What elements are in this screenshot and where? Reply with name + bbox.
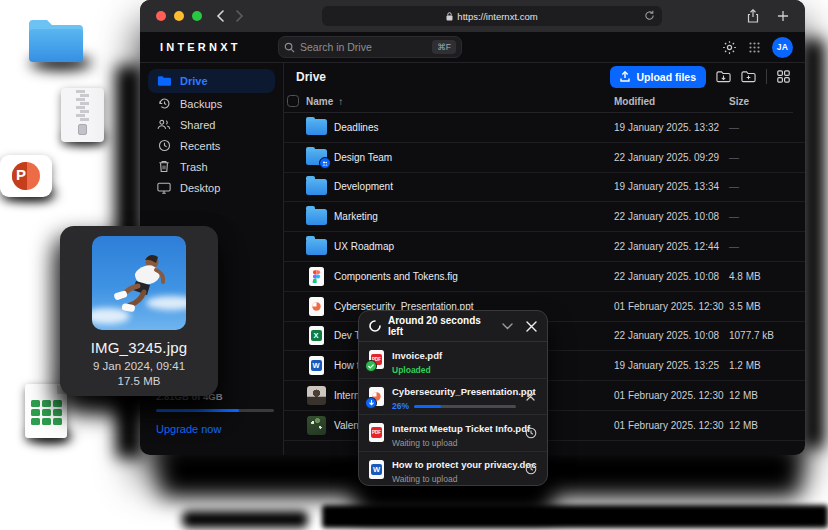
file-name: Deadlines bbox=[334, 122, 378, 133]
upload-item: WHow to protect your privacy.docWaiting … bbox=[359, 452, 547, 488]
ppt-icon bbox=[304, 296, 328, 316]
search-placeholder: Search in Drive bbox=[300, 41, 432, 53]
sidebar-item-shared[interactable]: Shared bbox=[148, 114, 275, 135]
spinner-icon bbox=[369, 320, 381, 332]
upload-item: Cybersecurity_Presentation.ppt26% bbox=[359, 379, 547, 416]
storage-progress-bar bbox=[156, 409, 274, 412]
table-row[interactable]: Components and Tokens.fig22 January 2025… bbox=[283, 262, 805, 292]
file-size: 12 MB bbox=[729, 420, 758, 431]
traffic-lights[interactable] bbox=[156, 11, 202, 21]
column-size[interactable]: Size bbox=[729, 96, 749, 107]
excel-icon: X bbox=[304, 326, 328, 346]
file-modified: 22 January 2025. 09:29 bbox=[614, 152, 719, 163]
lock-icon bbox=[446, 12, 453, 21]
share-icon[interactable] bbox=[747, 9, 759, 23]
file-modified: 19 January 2025. 13:34 bbox=[614, 181, 719, 192]
minimize-window-button[interactable] bbox=[174, 11, 184, 21]
sidebar-item-recents[interactable]: Recents bbox=[148, 135, 275, 156]
sidebar-item-desktop[interactable]: Desktop bbox=[148, 177, 275, 198]
table-row[interactable]: Deadlines19 January 2025. 13:32— bbox=[283, 113, 805, 143]
uploaded-check-badge bbox=[365, 360, 377, 372]
file-modified: 19 January 2025. 13:32 bbox=[614, 122, 719, 133]
upload-percent: 26% bbox=[392, 401, 409, 411]
sidebar-item-label: Backups bbox=[180, 98, 222, 110]
photo-plant-icon bbox=[304, 415, 328, 435]
upload-files-button[interactable]: Upload files bbox=[610, 66, 706, 88]
avatar[interactable]: JA bbox=[772, 37, 793, 58]
address-bar[interactable]: https://internxt.com bbox=[322, 6, 662, 26]
forward-icon[interactable] bbox=[235, 10, 244, 22]
url-text: https://internxt.com bbox=[457, 11, 537, 22]
photo-person-icon bbox=[304, 386, 328, 406]
sidebar-item-label: Drive bbox=[180, 75, 208, 87]
file-modified: 01 February 2025. 12:30 bbox=[614, 301, 724, 312]
column-modified[interactable]: Modified bbox=[614, 96, 655, 107]
sidebar-item-label: Recents bbox=[180, 140, 220, 152]
file-size: 1.2 MB bbox=[729, 360, 761, 371]
new-folder-icon[interactable] bbox=[741, 70, 756, 83]
file-modified: 22 January 2025. 10:08 bbox=[614, 211, 719, 222]
file-size: 4.8 MB bbox=[729, 271, 761, 282]
upload-item-name: How to protect your privacy.doc bbox=[392, 459, 536, 470]
upload-folder-icon[interactable] bbox=[716, 70, 731, 83]
table-row[interactable]: Marketing22 January 2025. 10:08— bbox=[283, 202, 805, 232]
settings-gear-icon[interactable] bbox=[722, 40, 737, 55]
folder-icon bbox=[304, 117, 328, 137]
cancel-upload-icon[interactable] bbox=[524, 392, 537, 401]
sidebar-item-drive[interactable]: Drive bbox=[148, 69, 275, 93]
upload-icon bbox=[620, 71, 630, 82]
table-row[interactable]: Development19 January 2025. 13:34— bbox=[283, 173, 805, 203]
sidebar-item-backups[interactable]: Backups bbox=[148, 93, 275, 114]
collapse-chevron-icon[interactable] bbox=[502, 323, 513, 330]
upload-popup-title: Around 20 seconds left bbox=[388, 315, 495, 337]
file-size: 1077.7 kB bbox=[729, 330, 774, 341]
file-modified: 19 January 2025. 13:25 bbox=[614, 360, 719, 371]
zipper bbox=[78, 88, 87, 142]
app-topbar: INTERNXT Search in Drive ⌘F JA bbox=[140, 32, 805, 63]
close-window-button[interactable] bbox=[156, 11, 166, 21]
folder-icon bbox=[304, 207, 328, 227]
grid-view-icon[interactable] bbox=[777, 70, 790, 83]
select-all-checkbox[interactable] bbox=[287, 95, 299, 107]
folder-icon bbox=[304, 237, 328, 257]
file-size: — bbox=[729, 122, 739, 133]
table-row[interactable]: UX Roadmap22 January 2025. 12:44— bbox=[283, 232, 805, 262]
file-size: — bbox=[729, 181, 739, 192]
folder-icon bbox=[304, 177, 328, 197]
apps-grid-icon[interactable] bbox=[749, 42, 760, 53]
file-size: — bbox=[729, 241, 739, 252]
upload-status: Waiting to upload bbox=[392, 438, 457, 448]
pdf-icon: PDF bbox=[369, 350, 384, 369]
search-shortcut-badge: ⌘F bbox=[432, 40, 456, 54]
upgrade-link[interactable]: Upgrade now bbox=[156, 423, 274, 435]
sidebar-item-trash[interactable]: Trash bbox=[148, 156, 275, 177]
drive-icon bbox=[157, 74, 171, 88]
upload-item-name: Invoice.pdf bbox=[392, 350, 442, 361]
upload-popup-header: Around 20 seconds left bbox=[359, 311, 547, 342]
upload-status: Waiting to upload bbox=[392, 474, 457, 484]
search-input[interactable]: Search in Drive ⌘F bbox=[278, 36, 462, 58]
column-name[interactable]: Name↑ bbox=[306, 96, 343, 107]
refresh-icon[interactable] bbox=[644, 10, 655, 21]
spreadsheet-icon bbox=[25, 384, 67, 438]
waiting-clock-icon bbox=[524, 463, 537, 475]
close-popup-icon[interactable] bbox=[526, 321, 537, 332]
sidebar-item-label: Trash bbox=[180, 161, 208, 173]
back-icon[interactable] bbox=[216, 10, 225, 22]
downloading-arrow-badge bbox=[365, 397, 377, 409]
trash-icon bbox=[157, 160, 171, 174]
photo-thumbnail bbox=[92, 236, 186, 330]
file-size: — bbox=[729, 152, 739, 163]
table-row[interactable]: Design Team22 January 2025. 09:29— bbox=[283, 143, 805, 173]
zoom-window-button[interactable] bbox=[192, 11, 202, 21]
folder-shared-icon bbox=[304, 147, 328, 167]
ppt-icon bbox=[369, 387, 384, 406]
waiting-clock-icon bbox=[524, 427, 537, 439]
file-size: 12 MB bbox=[729, 390, 758, 401]
photo-preview-card: IMG_3245.jpg 9 Jan 2024, 09:41 17.5 MB bbox=[60, 226, 218, 396]
file-modified: 01 February 2025. 12:30 bbox=[614, 420, 724, 431]
file-name: UX Roadmap bbox=[334, 241, 394, 252]
jumping-person bbox=[92, 236, 186, 330]
new-tab-icon[interactable] bbox=[777, 10, 789, 22]
shared-icon bbox=[157, 118, 171, 132]
